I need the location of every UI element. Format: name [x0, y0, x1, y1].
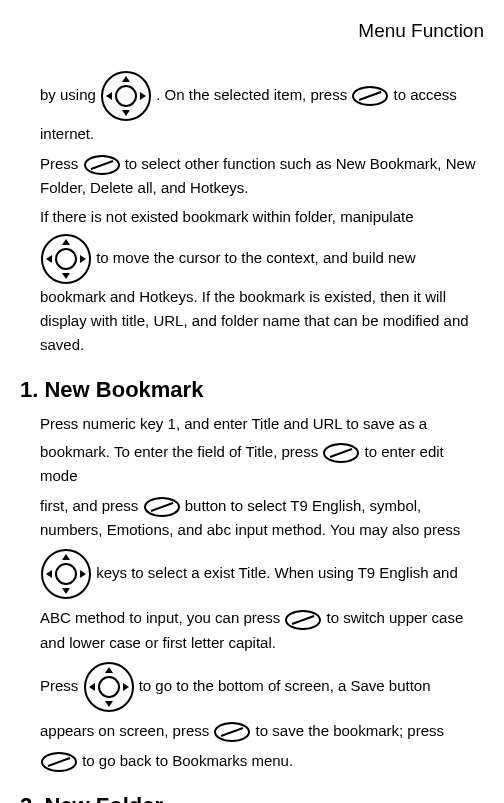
- svg-marker-15: [80, 255, 86, 263]
- text: Press: [40, 676, 83, 693]
- document-page: Menu Function by using . On the selected…: [0, 0, 504, 803]
- header-title: Menu Function: [358, 20, 484, 41]
- text: Press numeric key 1, and enter Title and…: [40, 415, 427, 432]
- svg-marker-14: [46, 255, 52, 263]
- svg-marker-31: [105, 701, 113, 707]
- nav-circle-icon: [100, 70, 152, 122]
- ellipse-button-icon: [83, 154, 121, 176]
- ellipse-button-icon: [351, 85, 389, 107]
- ellipse-button-icon: [143, 496, 181, 518]
- section-heading-new-folder: 2. New Folder: [20, 791, 484, 803]
- text: by using: [40, 86, 100, 103]
- svg-point-1: [116, 86, 136, 106]
- svg-marker-24: [46, 570, 52, 578]
- text: . On the selected item, press: [156, 86, 351, 103]
- paragraph: to move the cursor to the context, and b…: [40, 233, 484, 357]
- main-content: by using . On the selected item, press t…: [20, 70, 484, 803]
- nav-circle-icon: [40, 548, 92, 600]
- page-header: Menu Function: [20, 18, 484, 45]
- nav-circle-icon: [83, 661, 135, 713]
- svg-point-29: [99, 677, 119, 697]
- paragraph: Press to select other function such as N…: [40, 152, 484, 200]
- svg-marker-4: [106, 92, 112, 100]
- paragraph: first, and press button to select T9 Eng…: [40, 494, 484, 542]
- text: bookmark. To enter the field of Title, p…: [40, 443, 322, 460]
- ellipse-button-icon: [213, 721, 251, 743]
- paragraph: appears on screen, press to save the boo…: [40, 719, 484, 743]
- section-heading-new-bookmark: 1. New Bookmark: [20, 375, 484, 406]
- svg-line-19: [151, 503, 173, 511]
- svg-marker-25: [80, 570, 86, 578]
- text: keys to select a exist Title. When using…: [96, 564, 458, 581]
- svg-marker-2: [122, 76, 130, 82]
- text: Press: [40, 155, 83, 172]
- paragraph: to go back to Bookmarks menu.: [40, 749, 484, 773]
- svg-point-21: [56, 564, 76, 584]
- svg-line-7: [359, 92, 381, 100]
- svg-marker-22: [62, 554, 70, 560]
- paragraph: keys to select a exist Title. When using…: [40, 548, 484, 600]
- heading-text: 2. New Folder: [20, 793, 163, 803]
- text: If there is not existed bookmark within …: [40, 208, 414, 225]
- paragraph: ABC method to input, you can press to sw…: [40, 606, 484, 654]
- svg-line-37: [48, 758, 70, 766]
- svg-marker-5: [140, 92, 146, 100]
- svg-line-35: [221, 728, 243, 736]
- nav-circle-icon: [40, 233, 92, 285]
- text: appears on screen, press: [40, 722, 213, 739]
- text: to go back to Bookmarks menu.: [82, 752, 293, 769]
- svg-line-27: [292, 616, 314, 624]
- svg-marker-33: [123, 683, 129, 691]
- svg-marker-32: [89, 683, 95, 691]
- ellipse-button-icon: [322, 442, 360, 464]
- paragraph: by using . On the selected item, press t…: [40, 70, 484, 146]
- paragraph: Press to go to the bottom of screen, a S…: [40, 661, 484, 713]
- heading-text: 1. New Bookmark: [20, 377, 203, 402]
- svg-marker-23: [62, 588, 70, 594]
- svg-line-17: [330, 449, 352, 457]
- svg-point-11: [56, 249, 76, 269]
- text: to save the bookmark; press: [256, 722, 444, 739]
- paragraph: Press numeric key 1, and enter Title and…: [40, 413, 484, 434]
- ellipse-button-icon: [40, 751, 78, 773]
- paragraph: If there is not existed bookmark within …: [40, 206, 484, 227]
- ellipse-button-icon: [284, 609, 322, 631]
- svg-marker-12: [62, 239, 70, 245]
- text: ABC method to input, you can press: [40, 609, 284, 626]
- svg-marker-13: [62, 273, 70, 279]
- svg-line-9: [91, 161, 113, 169]
- paragraph: bookmark. To enter the field of Title, p…: [40, 440, 484, 488]
- text: to move the cursor to the context, and b…: [40, 249, 469, 353]
- svg-marker-3: [122, 110, 130, 116]
- text: to go to the bottom of screen, a Save bu…: [139, 676, 431, 693]
- text: first, and press: [40, 497, 143, 514]
- svg-marker-30: [105, 667, 113, 673]
